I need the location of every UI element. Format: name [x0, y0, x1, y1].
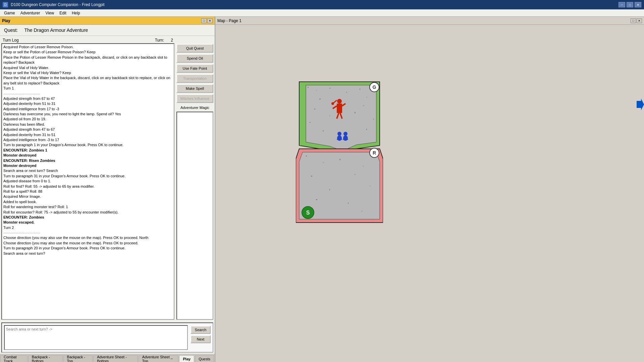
map-content[interactable]: G R — [215, 25, 644, 362]
svg-rect-30 — [348, 202, 349, 204]
log-line-bold: Monster destroyed — [3, 153, 172, 158]
log-line-bold: ENCOUNTER: Zombies — [3, 215, 172, 220]
svg-point-46 — [337, 132, 341, 136]
close-button[interactable]: ✕ — [635, 2, 641, 7]
restore-button[interactable]: □ — [627, 2, 633, 7]
tab-quests[interactable]: Quests — [195, 355, 214, 362]
map-titlebar: Map - Page 1 □ ✕ — [215, 17, 644, 25]
menu-bar: Game Adventurer View Edit Help — [0, 9, 644, 17]
tab-combat-track[interactable]: Combat Track — [0, 355, 28, 362]
use-fate-point-button[interactable]: Use Fate Point — [176, 64, 213, 73]
quest-name: The Dragon Armour Adventure — [24, 27, 88, 33]
svg-rect-26 — [355, 174, 356, 175]
bottom-tabs: Combat Track Backpack - Bottom Backpack … — [0, 354, 215, 362]
turn-number: 2 — [171, 38, 173, 43]
play-panel-title: Play — [2, 18, 10, 23]
log-line: Adjusted strength from 47 to 67 — [3, 127, 172, 132]
log-line: Place the Vial of Holy Water in the back… — [3, 75, 172, 86]
action-buttons: Quit Quest Spend Oil Use Fate Point Tran… — [176, 37, 213, 320]
turn-log-scroll[interactable]: Acquired Potion of Lesser Remove Poison.… — [1, 43, 174, 320]
title-bar-controls[interactable]: ─ □ ✕ — [619, 2, 641, 7]
svg-rect-29 — [316, 199, 317, 200]
svg-rect-6 — [329, 88, 331, 88]
play-panel-close[interactable]: ✕ — [207, 18, 213, 23]
quit-quest-button[interactable]: Quit Quest — [176, 44, 213, 53]
map-close-button[interactable]: ✕ — [637, 18, 642, 23]
svg-rect-18 — [323, 130, 324, 131]
svg-point-37 — [337, 99, 342, 104]
spend-oil-button[interactable]: Spend Oil — [176, 54, 213, 63]
log-line: Turn 1 — [3, 86, 172, 91]
adventurer-magic-label: Adventurer Magic — [176, 106, 213, 110]
log-line: Adjusted dexterity from 51 to 31 — [3, 101, 172, 106]
tab-play[interactable]: Play — [179, 355, 194, 362]
tab-backpack-bottom[interactable]: Backpack - Bottom — [28, 355, 63, 362]
menu-game[interactable]: Game — [1, 10, 18, 16]
log-line: Acquired Potion of Lesser Remove Poison. — [3, 45, 172, 50]
transportation-button[interactable]: Transportation — [176, 74, 213, 83]
menu-adventurer[interactable]: Adventurer — [18, 10, 43, 16]
log-line: Keep or sell the Potion of Lesser Remove… — [3, 50, 172, 55]
svg-rect-8 — [360, 88, 360, 90]
log-line: Turn 2 — [3, 225, 172, 230]
svg-rect-28 — [370, 186, 371, 186]
svg-rect-7 — [346, 92, 347, 93]
make-spell-button[interactable]: Make Spell — [176, 84, 213, 93]
svg-point-39 — [331, 102, 334, 105]
log-line: Adjusted dexterity from 31 to 51 — [3, 132, 172, 137]
svg-rect-4 — [308, 87, 309, 88]
app-title: D100 Dungeon Computer Companion - Fred L… — [11, 2, 105, 7]
log-line: Search area or next turn? — [3, 251, 172, 256]
play-panel-controls[interactable]: □ ✕ — [201, 18, 213, 23]
map-svg-container: G R — [296, 78, 383, 226]
turn-log-area: Turn Log Turn: 2 Acquired Potion of Less… — [1, 37, 174, 320]
app-icon: D — [3, 2, 8, 7]
turn-label: Turn: — [155, 38, 164, 43]
quest-label: Quest: — [4, 27, 18, 33]
play-panel: Play □ ✕ Quest: The Dragon Armour Advent… — [0, 17, 215, 362]
svg-rect-40 — [337, 104, 342, 113]
tab-adventure-sheet-top[interactable]: Adventure Sheet _ Top — [139, 355, 179, 362]
log-line-bold: ENCOUNTER: Zombies 1 — [3, 148, 172, 153]
menu-edit[interactable]: Edit — [57, 10, 69, 16]
log-line: Adjusted strength from 67 to 47 — [3, 96, 172, 101]
log-line: Roll for a spell? Roll: 88 — [3, 189, 172, 194]
svg-rect-20 — [366, 129, 367, 130]
input-area: Search Next — [1, 322, 213, 353]
svg-text:R: R — [373, 150, 376, 156]
log-line: Darkness has been lifted. — [3, 122, 172, 127]
play-panel-maximize[interactable]: □ — [201, 18, 207, 23]
svg-text:S: S — [306, 210, 310, 216]
menu-view[interactable]: View — [43, 10, 57, 16]
log-line: Place the Potion of Lesser Remove Poison… — [3, 55, 172, 65]
map-controls[interactable]: □ ✕ — [631, 18, 642, 23]
turn-log-label: Turn Log — [3, 38, 19, 43]
log-line-bold: ENCOUNTER: Risen Zombies — [3, 158, 172, 163]
svg-rect-10 — [319, 99, 321, 100]
map-panel: Map - Page 1 □ ✕ — [215, 17, 644, 362]
log-line: Adjusted disease from 0 to 1. — [3, 179, 172, 184]
map-title: Map - Page 1 — [217, 18, 241, 23]
next-button[interactable]: Next — [191, 335, 211, 343]
log-separator: ------------------------------ — [3, 91, 172, 96]
log-line: Acquired Vial of Holy Water. — [3, 65, 172, 70]
svg-rect-13 — [363, 105, 364, 106]
menu-help[interactable]: Help — [69, 10, 83, 16]
map-maximize-button[interactable]: □ — [631, 18, 636, 23]
tab-adventure-sheet-bottom[interactable]: Adventure Sheet - Bottom — [93, 355, 138, 362]
minimize-button[interactable]: ─ — [619, 2, 625, 7]
log-line: Search area or next turn? Search — [3, 168, 172, 173]
map-scroll-right-arrow[interactable] — [637, 99, 644, 110]
log-line: Roll for encounter? Roll: 75 -> adjusted… — [3, 210, 172, 215]
svg-rect-14 — [355, 112, 356, 113]
svg-rect-12 — [314, 109, 315, 110]
log-line-bold: Monster escaped. — [3, 220, 172, 225]
witches-influence-button[interactable]: Witches Influence — [176, 94, 213, 103]
tab-backpack-top[interactable]: Backpack - Top — [63, 355, 93, 362]
search-button[interactable]: Search — [191, 326, 211, 334]
log-line: Adjusted oil from 20 to 19. — [3, 117, 172, 122]
adventurer-magic-box — [176, 112, 213, 320]
turn-section: Turn Log Turn: 2 Acquired Potion of Less… — [0, 36, 215, 321]
log-line: Adjusted intelligence from 17 to -3 — [3, 107, 172, 112]
command-input[interactable] — [4, 325, 188, 350]
